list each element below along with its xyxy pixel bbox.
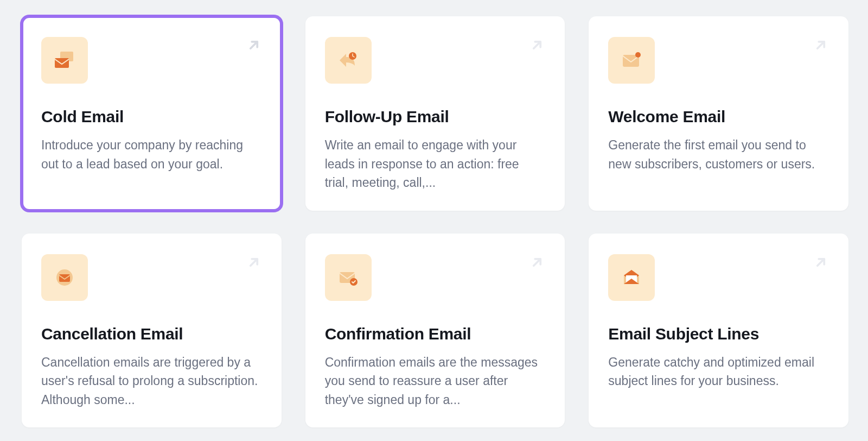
card-title: Follow-Up Email [325,108,546,126]
card-email-subject-lines[interactable]: Email Subject Lines Generate catchy and … [589,234,848,428]
card-header [41,37,262,84]
card-header [608,37,829,84]
card-title: Confirmation Email [325,325,546,343]
card-title: Welcome Email [608,108,829,126]
template-grid: Cold Email Introduce your company by rea… [22,16,848,427]
card-welcome-email[interactable]: Welcome Email Generate the first email y… [589,16,848,211]
card-header [608,254,829,301]
svg-point-4 [635,52,641,58]
card-description: Generate the first email you send to new… [608,136,829,173]
card-cold-email[interactable]: Cold Email Introduce your company by rea… [22,16,282,211]
card-header [325,37,546,84]
arrow-up-right-icon [246,254,262,270]
reply-clock-icon [325,37,372,84]
svg-rect-6 [59,274,70,282]
card-cancellation-email[interactable]: Cancellation Email Cancellation emails a… [22,234,282,428]
arrow-up-right-icon [813,254,829,270]
card-description: Write an email to engage with your leads… [325,136,546,192]
card-description: Generate catchy and optimized email subj… [608,353,829,390]
card-confirmation-email[interactable]: Confirmation Email Confirmation emails a… [305,234,565,428]
svg-rect-1 [55,58,69,68]
envelope-check-icon [325,254,372,301]
envelopes-icon [41,37,88,84]
arrow-up-right-icon [529,37,545,53]
card-follow-up-email[interactable]: Follow-Up Email Write an email to engage… [305,16,565,211]
card-title: Email Subject Lines [608,325,829,343]
arrow-up-right-icon [813,37,829,53]
card-title: Cold Email [41,108,262,126]
card-header [41,254,262,301]
envelope-open-icon [608,254,655,301]
card-header [325,254,546,301]
arrow-up-right-icon [529,254,545,270]
card-description: Confirmation emails are the messages you… [325,353,546,410]
envelope-solid-icon [41,254,88,301]
envelope-dot-icon [608,37,655,84]
arrow-up-right-icon [246,37,262,53]
card-title: Cancellation Email [41,325,262,343]
card-description: Cancellation emails are triggered by a u… [41,353,262,410]
card-description: Introduce your company by reaching out t… [41,136,262,173]
